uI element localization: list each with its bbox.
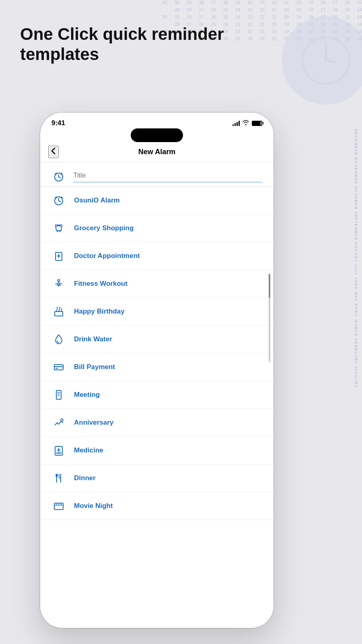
medicine-icon <box>51 443 66 458</box>
list-item[interactable]: Grocery Shopping <box>40 215 274 242</box>
shopping-icon <box>51 221 66 235</box>
svg-rect-22 <box>56 368 58 369</box>
item-label: OsuniO Alarm <box>74 196 120 204</box>
fitness-icon <box>51 277 66 291</box>
wifi-icon <box>242 120 249 127</box>
item-label: Movie Night <box>74 502 113 510</box>
list-item[interactable]: Doctor Appointment <box>40 242 274 270</box>
svg-point-27 <box>61 419 63 421</box>
status-icons <box>232 120 262 127</box>
dinner-icon <box>51 471 66 485</box>
signal-icon <box>232 120 240 126</box>
status-bar: 9:41 <box>40 113 274 130</box>
svg-rect-23 <box>56 390 61 399</box>
list-item[interactable]: Medicine <box>40 437 274 464</box>
bg-month-labels: DECEMBER NOVEMBER OCTOBER SEPTEMBER AUGU… <box>354 129 358 388</box>
list-item[interactable]: Movie Night <box>40 492 274 520</box>
alarm-icon <box>51 193 66 208</box>
dynamic-island <box>131 128 183 142</box>
list-item[interactable]: OsuniO Alarm <box>40 187 274 215</box>
list-item[interactable]: Anniversary <box>40 409 274 437</box>
item-label: Fitness Workout <box>74 280 128 288</box>
item-label: Meeting <box>74 391 100 399</box>
svg-rect-19 <box>55 312 63 316</box>
movie-icon <box>51 499 66 513</box>
water-icon <box>51 332 66 347</box>
nav-title: New Alarm <box>138 148 175 156</box>
anniversary-icon <box>51 415 66 430</box>
list-item[interactable]: Drink Water <box>40 326 274 353</box>
list-item[interactable]: Dinner <box>40 464 274 492</box>
svg-point-18 <box>58 280 60 282</box>
battery-icon <box>252 121 262 126</box>
meeting-icon <box>51 388 66 402</box>
svg-line-5 <box>59 177 60 178</box>
nav-header: New Alarm <box>40 142 274 162</box>
status-time: 9:41 <box>51 119 65 127</box>
item-label: Dinner <box>74 474 96 482</box>
svg-point-13 <box>57 231 58 232</box>
content-area[interactable]: OsuniO Alarm Grocery Shopping <box>40 162 274 625</box>
item-label: Bill Payment <box>74 363 115 371</box>
item-label: Drink Water <box>74 335 112 343</box>
item-label: Doctor Appointment <box>74 252 140 260</box>
svg-point-14 <box>60 231 61 232</box>
birthday-icon <box>51 304 66 319</box>
back-button[interactable] <box>48 146 59 158</box>
title-input[interactable] <box>73 171 262 182</box>
list-item[interactable]: Meeting <box>40 381 274 409</box>
list-item[interactable]: Happy Birthday <box>40 298 274 326</box>
scroll-indicator <box>269 274 270 362</box>
svg-rect-20 <box>54 365 63 370</box>
item-label: Happy Birthday <box>74 308 125 316</box>
medical-icon <box>51 249 66 263</box>
list-item[interactable]: Bill Payment <box>40 353 274 381</box>
item-label: Anniversary <box>74 419 113 427</box>
svg-line-10 <box>59 201 60 202</box>
background-headline: One Click quick reminder templates <box>20 24 224 65</box>
list-item[interactable]: Fitness Workout <box>40 270 274 298</box>
title-input-row[interactable] <box>40 162 274 187</box>
title-alarm-icon <box>51 169 66 184</box>
item-label: Medicine <box>74 446 103 454</box>
bill-icon <box>51 360 66 374</box>
item-label: Grocery Shopping <box>74 224 134 232</box>
svg-line-2 <box>326 60 336 62</box>
phone-mockup: 9:41 <box>40 113 274 628</box>
